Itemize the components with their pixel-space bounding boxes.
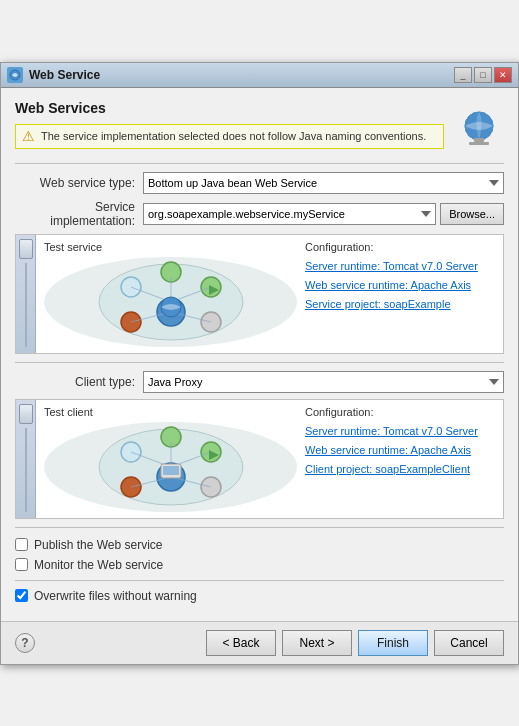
footer-buttons: < Back Next > Finish Cancel <box>206 630 504 656</box>
monitor-checkbox[interactable] <box>15 558 28 571</box>
client-type-select[interactable]: Java Proxy <box>143 371 504 393</box>
client-type-row: Client type: Java Proxy <box>15 371 504 393</box>
publish-checkbox-row: Publish the Web service <box>15 538 504 552</box>
main-window: Web Service _ □ ✕ Web Services ⚠ The ser… <box>0 62 519 665</box>
warning-text: The service implementation selected does… <box>41 129 426 144</box>
webservice-type-label: Web service type: <box>15 176 135 190</box>
back-button[interactable]: < Back <box>206 630 276 656</box>
divider-4 <box>15 580 504 581</box>
help-button[interactable]: ? <box>15 633 35 653</box>
webservice-type-row: Web service type: Bottom up Java bean We… <box>15 172 504 194</box>
service-implementation-control: org.soapexample.webservice.myService Bro… <box>143 203 504 225</box>
globe-illustration <box>454 100 504 153</box>
next-button[interactable]: Next > <box>282 630 352 656</box>
service-diagram-area <box>44 257 297 347</box>
client-diagram: Test client <box>44 406 297 512</box>
divider-2 <box>15 362 504 363</box>
service-slider-thumb[interactable] <box>19 239 33 259</box>
service-server-runtime-link[interactable]: Server runtime: Tomcat v7.0 Server <box>305 259 495 274</box>
client-diagram-area <box>44 422 297 512</box>
overwrite-checkbox-row: Overwrite files without warning <box>15 589 504 603</box>
window-title: Web Service <box>29 68 448 82</box>
service-config: Configuration: Server runtime: Tomcat v7… <box>305 241 495 347</box>
header-section: Web Services ⚠ The service implementatio… <box>15 100 504 153</box>
client-panel-content: Test client <box>36 400 503 518</box>
overwrite-checkbox[interactable] <box>15 589 28 602</box>
client-slider-line <box>25 428 27 512</box>
client-slider-thumb[interactable] <box>19 404 33 424</box>
client-panel: Test client <box>15 399 504 519</box>
titlebar: Web Service _ □ ✕ <box>1 63 518 88</box>
bottom-section: Publish the Web service Monitor the Web … <box>15 538 504 603</box>
service-project-link[interactable]: Service project: soapExample <box>305 297 495 312</box>
webservice-type-control: Bottom up Java bean Web Service <box>143 172 504 194</box>
svg-rect-5 <box>469 142 489 145</box>
divider-3 <box>15 527 504 528</box>
client-slider-bar <box>16 400 36 518</box>
warning-icon: ⚠ <box>22 129 35 143</box>
client-config-title: Configuration: <box>305 406 495 418</box>
service-panel: Test service <box>15 234 504 354</box>
overwrite-label[interactable]: Overwrite files without warning <box>34 589 197 603</box>
service-panel-content: Test service <box>36 235 503 353</box>
service-implementation-row: Service implementation: org.soapexample.… <box>15 200 504 228</box>
titlebar-buttons: _ □ ✕ <box>454 67 512 83</box>
footer-left: ? <box>15 633 35 653</box>
main-content: Web Services ⚠ The service implementatio… <box>1 88 518 621</box>
svg-rect-33 <box>163 466 179 475</box>
service-ws-runtime-link[interactable]: Web service runtime: Apache Axis <box>305 278 495 293</box>
browse-button[interactable]: Browse... <box>440 203 504 225</box>
page-title: Web Services <box>15 100 444 116</box>
header-text: Web Services ⚠ The service implementatio… <box>15 100 444 149</box>
client-project-link[interactable]: Client project: soapExampleClient <box>305 462 495 477</box>
service-slider-line <box>25 263 27 347</box>
client-config: Configuration: Server runtime: Tomcat v7… <box>305 406 495 512</box>
client-type-label: Client type: <box>15 375 135 389</box>
finish-button[interactable]: Finish <box>358 630 428 656</box>
window-icon <box>7 67 23 83</box>
publish-checkbox[interactable] <box>15 538 28 551</box>
minimize-button[interactable]: _ <box>454 67 472 83</box>
service-panel-label: Test service <box>44 241 297 253</box>
maximize-button[interactable]: □ <box>474 67 492 83</box>
client-panel-label: Test client <box>44 406 297 418</box>
service-diagram: Test service <box>44 241 297 347</box>
client-ws-runtime-link[interactable]: Web service runtime: Apache Axis <box>305 443 495 458</box>
monitor-checkbox-row: Monitor the Web service <box>15 558 504 572</box>
client-type-control: Java Proxy <box>143 371 504 393</box>
service-implementation-select[interactable]: org.soapexample.webservice.myService <box>143 203 436 225</box>
divider-1 <box>15 163 504 164</box>
service-config-title: Configuration: <box>305 241 495 253</box>
cancel-button[interactable]: Cancel <box>434 630 504 656</box>
close-button[interactable]: ✕ <box>494 67 512 83</box>
footer: ? < Back Next > Finish Cancel <box>1 621 518 664</box>
client-server-runtime-link[interactable]: Server runtime: Tomcat v7.0 Server <box>305 424 495 439</box>
publish-label[interactable]: Publish the Web service <box>34 538 163 552</box>
service-slider-bar <box>16 235 36 353</box>
service-implementation-label: Service implementation: <box>15 200 135 228</box>
warning-row: ⚠ The service implementation selected do… <box>15 124 444 149</box>
svg-rect-4 <box>474 138 484 142</box>
webservice-type-select[interactable]: Bottom up Java bean Web Service <box>143 172 504 194</box>
monitor-label[interactable]: Monitor the Web service <box>34 558 163 572</box>
